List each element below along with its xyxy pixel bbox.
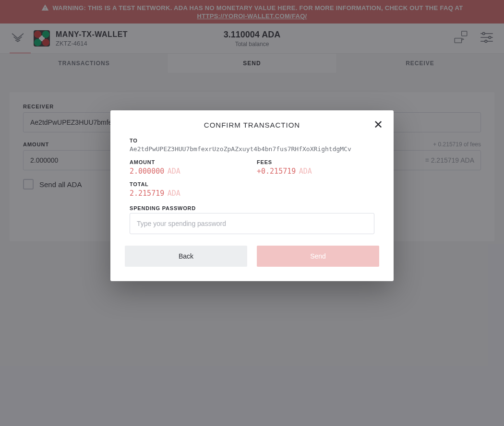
spending-password-input[interactable]: [130, 213, 374, 234]
modal-amount-label: AMOUNT: [130, 159, 247, 165]
modal-fees-suffix: ADA: [299, 167, 312, 176]
modal-fees-value: +0.215719: [257, 167, 296, 176]
to-address: Ae2tdPwUPEZ3HUU7bmfexrUzoZpAZxuyt4b4bn7f…: [130, 145, 374, 153]
send-button[interactable]: Send: [257, 246, 379, 267]
back-button[interactable]: Back: [125, 246, 247, 267]
modal-fees-label: FEES: [257, 159, 374, 165]
spending-password-label: SPENDING PASSWORD: [130, 205, 374, 211]
modal-total-label: TOTAL: [130, 181, 374, 187]
modal-total-value: 2.215719: [130, 189, 164, 198]
close-icon[interactable]: ✕: [373, 119, 383, 130]
modal-amount-suffix: ADA: [168, 167, 180, 176]
to-label: TO: [130, 138, 374, 143]
modal-title: CONFIRM TRANSACTION: [125, 121, 379, 129]
modal-amount-value: 2.000000: [130, 167, 164, 176]
modal-overlay: CONFIRM TRANSACTION ✕ TO Ae2tdPwUPEZ3HUU…: [0, 0, 504, 426]
confirm-transaction-modal: CONFIRM TRANSACTION ✕ TO Ae2tdPwUPEZ3HUU…: [110, 110, 394, 281]
modal-total-suffix: ADA: [168, 189, 180, 198]
